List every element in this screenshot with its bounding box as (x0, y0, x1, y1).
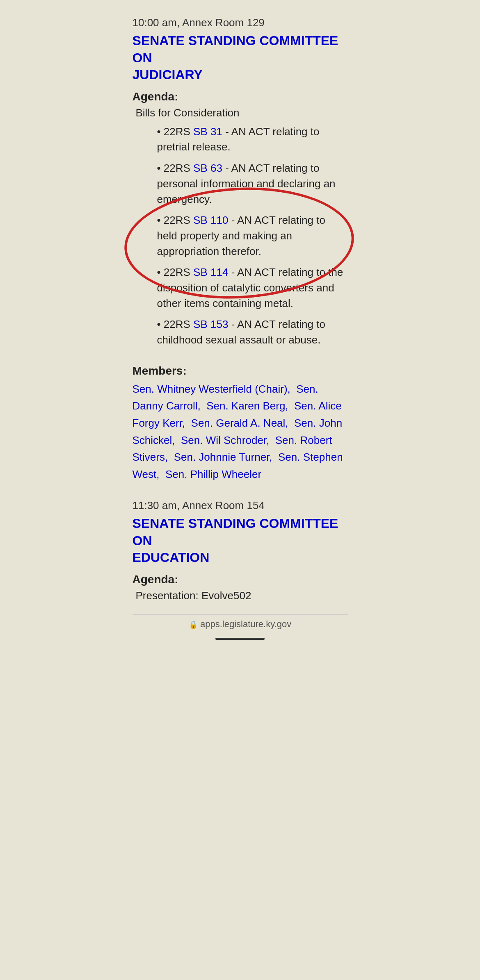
bill-link-sb31[interactable]: SB 31 (193, 125, 222, 138)
committee2-time-location: 11:30 am, Annex Room 154 (133, 499, 348, 512)
bill-session-sb114: 22RS (164, 266, 190, 278)
committee2-title-line2: EDUCATION (133, 550, 210, 565)
bill-link-sb63[interactable]: SB 63 (193, 162, 222, 174)
bill-link-sb153[interactable]: SB 153 (193, 318, 228, 330)
bill-link-sb110[interactable]: SB 110 (193, 214, 228, 226)
bill-session-sb153: 22RS (164, 318, 190, 330)
committee1-title-line2: JUDICIARY (133, 67, 203, 82)
bill-link-sb114[interactable]: SB 114 (193, 266, 228, 278)
url-bar: 🔒 apps.legislature.ky.gov (133, 614, 348, 634)
committee1-bills-intro: Bills for Consideration (133, 107, 348, 119)
committee1-title: SENATE STANDING COMMITTEE ON JUDICIARY (133, 32, 348, 84)
bill-item-sb31: • 22RS SB 31 - AN ACT relating to pretri… (133, 124, 348, 155)
url-text: apps.legislature.ky.gov (200, 619, 291, 629)
committee2-section: 11:30 am, Annex Room 154 SENATE STANDING… (133, 499, 348, 602)
committee1-time-location: 10:00 am, Annex Room 129 (133, 16, 348, 29)
committee1-members-list: Sen. Whitney Westerfield (Chair), Sen. D… (133, 381, 348, 483)
bill-item-sb114: • 22RS SB 114 - AN ACT relating to the d… (133, 265, 348, 311)
bill-item-sb110: • 22RS SB 110 - AN ACT relating to held … (133, 213, 348, 259)
member-neal[interactable]: Sen. Gerald A. Neal (191, 417, 286, 429)
committee1-agenda-label: Agenda: (133, 90, 348, 103)
committee2-presentation: Presentation: Evolve502 (133, 589, 348, 602)
member-schroder[interactable]: Sen. Wil Schroder (181, 434, 266, 446)
member-westerfield[interactable]: Sen. Whitney Westerfield (Chair) (133, 383, 288, 395)
page-content: 10:00 am, Annex Room 129 SENATE STANDING… (133, 16, 348, 640)
bill-item-sb153: • 22RS SB 153 - AN ACT relating to child… (133, 317, 348, 348)
home-indicator (215, 638, 265, 640)
member-wheeler[interactable]: Sen. Phillip Wheeler (165, 468, 261, 480)
bill-session-sb63: 22RS (164, 162, 190, 174)
committee2-title: SENATE STANDING COMMITTEE ON EDUCATION (133, 515, 348, 566)
member-turner[interactable]: Sen. Johnnie Turner (174, 451, 270, 463)
committee1-members-label: Members: (133, 364, 348, 377)
committee1-section: 10:00 am, Annex Room 129 SENATE STANDING… (133, 16, 348, 483)
committee1-title-line1: SENATE STANDING COMMITTEE ON (133, 33, 338, 65)
bill-session-sb110: 22RS (164, 214, 190, 226)
committee2-agenda-label: Agenda: (133, 573, 348, 586)
committee1-members-section: Members: Sen. Whitney Westerfield (Chair… (133, 364, 348, 483)
bill-session-sb31: 22RS (164, 125, 190, 138)
committee2-title-line1: SENATE STANDING COMMITTEE ON (133, 516, 338, 548)
lock-icon: 🔒 (189, 621, 198, 629)
bill-item-sb63: • 22RS SB 63 - AN ACT relating to person… (133, 161, 348, 207)
member-berg[interactable]: Sen. Karen Berg (206, 400, 285, 412)
